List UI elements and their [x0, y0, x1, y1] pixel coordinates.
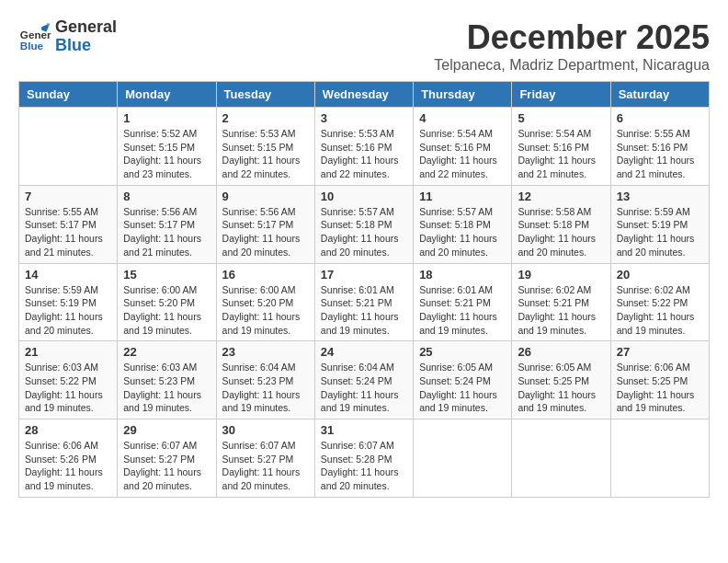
day-info: Sunrise: 5:54 AM Sunset: 5:16 PM Dayligh…	[419, 127, 506, 181]
day-number: 18	[419, 268, 506, 282]
day-number: 15	[123, 268, 210, 282]
logo-text-general: General	[55, 18, 117, 37]
col-tuesday: Tuesday	[216, 82, 314, 108]
day-info: Sunrise: 5:57 AM Sunset: 5:18 PM Dayligh…	[419, 205, 506, 259]
day-info: Sunrise: 5:55 AM Sunset: 5:17 PM Dayligh…	[25, 205, 111, 259]
table-row: 5Sunrise: 5:54 AM Sunset: 5:16 PM Daylig…	[512, 108, 610, 186]
table-row: 7Sunrise: 5:55 AM Sunset: 5:17 PM Daylig…	[19, 185, 118, 263]
day-number: 20	[617, 268, 703, 282]
logo-icon: General Blue	[18, 20, 51, 53]
table-row: 4Sunrise: 5:54 AM Sunset: 5:16 PM Daylig…	[414, 108, 512, 186]
calendar-table: Sunday Monday Tuesday Wednesday Thursday…	[18, 81, 710, 498]
day-number: 21	[25, 345, 111, 359]
col-saturday: Saturday	[610, 82, 709, 108]
day-info: Sunrise: 5:53 AM Sunset: 5:16 PM Dayligh…	[321, 127, 407, 181]
table-row: 23Sunrise: 6:04 AM Sunset: 5:23 PM Dayli…	[216, 341, 314, 419]
day-number: 27	[617, 345, 703, 359]
day-info: Sunrise: 6:01 AM Sunset: 5:21 PM Dayligh…	[419, 283, 506, 338]
table-row: 27Sunrise: 6:06 AM Sunset: 5:25 PM Dayli…	[610, 341, 709, 419]
table-row: 21Sunrise: 6:03 AM Sunset: 5:22 PM Dayli…	[19, 341, 118, 419]
day-info: Sunrise: 5:59 AM Sunset: 5:19 PM Dayligh…	[617, 205, 703, 259]
table-row: 25Sunrise: 6:05 AM Sunset: 5:24 PM Dayli…	[414, 341, 512, 419]
svg-text:Blue: Blue	[20, 40, 44, 52]
day-info: Sunrise: 5:55 AM Sunset: 5:16 PM Dayligh…	[617, 127, 703, 181]
table-row: 3Sunrise: 5:53 AM Sunset: 5:16 PM Daylig…	[314, 108, 413, 186]
calendar-week-4: 21Sunrise: 6:03 AM Sunset: 5:22 PM Dayli…	[19, 341, 710, 419]
table-row: 19Sunrise: 6:02 AM Sunset: 5:21 PM Dayli…	[512, 263, 610, 341]
page-container: General Blue General Blue December 2025 …	[18, 18, 710, 498]
table-row: 9Sunrise: 5:56 AM Sunset: 5:17 PM Daylig…	[216, 185, 314, 263]
day-info: Sunrise: 5:54 AM Sunset: 5:16 PM Dayligh…	[518, 127, 604, 181]
day-number: 8	[123, 190, 210, 203]
calendar-week-1: 1Sunrise: 5:52 AM Sunset: 5:15 PM Daylig…	[19, 108, 710, 186]
month-title: December 2025	[434, 18, 710, 57]
table-row: 12Sunrise: 5:58 AM Sunset: 5:18 PM Dayli…	[512, 185, 610, 263]
day-info: Sunrise: 6:05 AM Sunset: 5:25 PM Dayligh…	[518, 361, 604, 415]
day-number: 25	[419, 345, 506, 359]
day-number: 10	[321, 190, 407, 203]
table-row: 8Sunrise: 5:56 AM Sunset: 5:17 PM Daylig…	[118, 185, 216, 263]
day-number: 16	[222, 268, 309, 282]
day-info: Sunrise: 6:04 AM Sunset: 5:24 PM Dayligh…	[321, 361, 407, 415]
table-row	[19, 108, 118, 186]
day-info: Sunrise: 6:05 AM Sunset: 5:24 PM Dayligh…	[419, 361, 506, 415]
col-friday: Friday	[512, 82, 610, 108]
day-info: Sunrise: 5:57 AM Sunset: 5:18 PM Dayligh…	[321, 205, 407, 259]
day-number: 22	[123, 345, 210, 359]
day-info: Sunrise: 6:00 AM Sunset: 5:20 PM Dayligh…	[123, 283, 210, 338]
day-info: Sunrise: 5:56 AM Sunset: 5:17 PM Dayligh…	[222, 205, 309, 259]
calendar-header-row: Sunday Monday Tuesday Wednesday Thursday…	[19, 82, 710, 108]
logo-text-blue: Blue	[55, 37, 117, 55]
table-row	[512, 419, 610, 498]
day-number: 9	[222, 190, 309, 203]
table-row: 6Sunrise: 5:55 AM Sunset: 5:16 PM Daylig…	[610, 108, 709, 186]
day-number: 24	[321, 345, 407, 359]
table-row: 22Sunrise: 6:03 AM Sunset: 5:23 PM Dayli…	[118, 341, 216, 419]
table-row: 10Sunrise: 5:57 AM Sunset: 5:18 PM Dayli…	[314, 185, 413, 263]
day-info: Sunrise: 6:06 AM Sunset: 5:25 PM Dayligh…	[617, 361, 703, 415]
day-number: 28	[25, 423, 111, 437]
day-number: 29	[123, 423, 210, 437]
table-row: 26Sunrise: 6:05 AM Sunset: 5:25 PM Dayli…	[512, 341, 610, 419]
title-area: December 2025 Telpaneca, Madriz Departme…	[434, 18, 710, 74]
day-info: Sunrise: 6:03 AM Sunset: 5:23 PM Dayligh…	[123, 361, 210, 415]
day-number: 6	[617, 111, 703, 125]
day-number: 14	[25, 268, 111, 282]
day-number: 5	[518, 111, 604, 125]
day-info: Sunrise: 6:07 AM Sunset: 5:27 PM Dayligh…	[222, 439, 309, 493]
col-wednesday: Wednesday	[314, 82, 413, 108]
location-title: Telpaneca, Madriz Department, Nicaragua	[434, 57, 710, 74]
day-number: 30	[222, 423, 309, 437]
day-number: 3	[321, 111, 407, 125]
day-info: Sunrise: 6:02 AM Sunset: 5:21 PM Dayligh…	[518, 283, 604, 338]
calendar-week-5: 28Sunrise: 6:06 AM Sunset: 5:26 PM Dayli…	[19, 419, 710, 498]
day-number: 19	[518, 268, 604, 282]
day-info: Sunrise: 6:00 AM Sunset: 5:20 PM Dayligh…	[222, 283, 309, 338]
day-number: 26	[518, 345, 604, 359]
table-row: 29Sunrise: 6:07 AM Sunset: 5:27 PM Dayli…	[118, 419, 216, 498]
table-row: 20Sunrise: 6:02 AM Sunset: 5:22 PM Dayli…	[610, 263, 709, 341]
day-number: 13	[617, 190, 703, 203]
day-info: Sunrise: 5:58 AM Sunset: 5:18 PM Dayligh…	[518, 205, 604, 259]
table-row: 31Sunrise: 6:07 AM Sunset: 5:28 PM Dayli…	[314, 419, 413, 498]
table-row: 17Sunrise: 6:01 AM Sunset: 5:21 PM Dayli…	[314, 263, 413, 341]
day-info: Sunrise: 6:07 AM Sunset: 5:27 PM Dayligh…	[123, 439, 210, 493]
col-sunday: Sunday	[19, 82, 118, 108]
calendar-week-2: 7Sunrise: 5:55 AM Sunset: 5:17 PM Daylig…	[19, 185, 710, 263]
table-row: 11Sunrise: 5:57 AM Sunset: 5:18 PM Dayli…	[414, 185, 512, 263]
day-info: Sunrise: 5:53 AM Sunset: 5:15 PM Dayligh…	[222, 127, 309, 181]
col-monday: Monday	[118, 82, 216, 108]
day-number: 7	[25, 190, 111, 203]
day-number: 11	[419, 190, 506, 203]
table-row: 18Sunrise: 6:01 AM Sunset: 5:21 PM Dayli…	[414, 263, 512, 341]
day-info: Sunrise: 6:03 AM Sunset: 5:22 PM Dayligh…	[25, 361, 111, 415]
day-info: Sunrise: 6:04 AM Sunset: 5:23 PM Dayligh…	[222, 361, 309, 415]
header: General Blue General Blue December 2025 …	[18, 18, 710, 74]
logo-area: General Blue General Blue	[18, 18, 117, 55]
table-row: 28Sunrise: 6:06 AM Sunset: 5:26 PM Dayli…	[19, 419, 118, 498]
day-info: Sunrise: 5:52 AM Sunset: 5:15 PM Dayligh…	[123, 127, 210, 181]
table-row	[610, 419, 709, 498]
day-info: Sunrise: 5:56 AM Sunset: 5:17 PM Dayligh…	[123, 205, 210, 259]
day-number: 4	[419, 111, 506, 125]
calendar-week-3: 14Sunrise: 5:59 AM Sunset: 5:19 PM Dayli…	[19, 263, 710, 341]
